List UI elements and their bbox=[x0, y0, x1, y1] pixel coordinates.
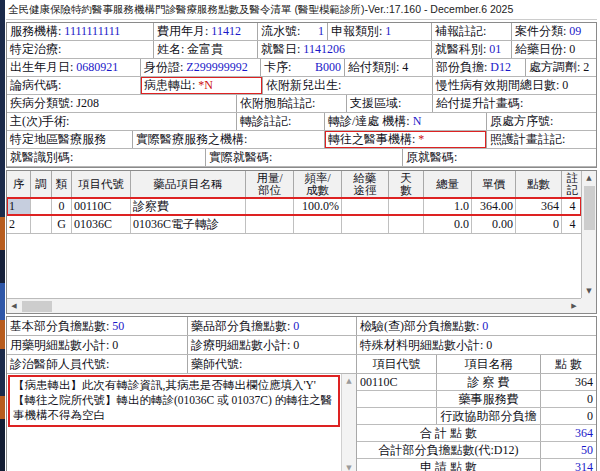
summary-item-name: 診 察 費 bbox=[437, 374, 541, 390]
header-row-3: 出生年月日:0680921 身份證:Z299999992 卡序:B000 給付類… bbox=[7, 59, 596, 77]
field-visit-dept: 就醫科別:01 bbox=[432, 41, 512, 58]
header-row-5: 疾病分類號:J208 依附胞胎註記: 支援區域: 給付提升計畫碼: bbox=[7, 95, 596, 113]
window-title: 全民健康保險特約醫事服務機構門診醫療服務點數及醫令清單 (醫聖模範診所)-Ver… bbox=[6, 0, 597, 20]
cell-total-qty: 1.0 bbox=[424, 198, 472, 215]
cell-note: 4 bbox=[562, 216, 581, 233]
copay-row-1: 基本部分負擔點數:50 藥品部分負擔點數:0 檢驗(查)部分負擔點數:0 bbox=[7, 317, 596, 336]
summary-total-label: 合計部分負擔點數(代:D12) bbox=[357, 442, 541, 458]
cell-points: 0 bbox=[516, 216, 562, 233]
field-treatment-subtotal: 診療明細點數小計:0 bbox=[188, 336, 357, 354]
cell-days bbox=[389, 216, 424, 233]
cell-adjust bbox=[31, 198, 52, 215]
cell-points: 364 bbox=[516, 198, 562, 215]
table-row-1[interactable]: 1 0 00110C 診察費 100.0% 1.0 364.00 364 4 bbox=[7, 198, 581, 216]
field-fee-year-month: 費用年月:11412 bbox=[154, 23, 258, 40]
summary-item-points: 364 bbox=[541, 374, 596, 390]
warning-line-1: 【病患轉出】此次有轉診資訊,其病患是否轉出欄位應填入'Y' bbox=[13, 378, 335, 393]
field-pharmacist-id: 藥師代號: bbox=[188, 355, 357, 373]
field-serial-no: 流水號:1 bbox=[258, 23, 328, 40]
message-scrollbar[interactable]: ▲ ▼ bbox=[341, 374, 356, 471]
header-row-1: 服務機構:1111111111 費用年月:11412 流水號:1 申報類別:1 … bbox=[7, 23, 596, 41]
bottom-split: 【病患轉出】此次有轉診資訊,其病患是否轉出欄位應填入'Y' 【轉往之院所代號】轉… bbox=[7, 374, 596, 471]
summary-item-code bbox=[357, 391, 437, 407]
field-referral-institution: 轉診/達處 機構:N bbox=[325, 113, 487, 130]
summary-col-item-name: 項目名稱 bbox=[437, 355, 541, 373]
field-icd-code: 疾病分類號:J208 bbox=[7, 95, 237, 112]
cell-note: 4 bbox=[562, 198, 581, 215]
validation-message-panel: 【病患轉出】此次有轉診資訊,其病患是否轉出欄位應填入'Y' 【轉往之院所代號】轉… bbox=[7, 374, 357, 471]
cell-total-qty: 0.0 bbox=[424, 216, 472, 233]
col-points: 點數 bbox=[516, 171, 562, 197]
summary-item-points: 0 bbox=[541, 391, 596, 407]
cell-days bbox=[389, 198, 424, 215]
horizontal-scroll-thumb[interactable] bbox=[22, 301, 52, 312]
summary-row-claimed-points: 申 請 點 數 314 bbox=[357, 459, 596, 471]
scroll-up-icon[interactable]: ▲ bbox=[582, 171, 596, 185]
field-benefit-type: 給付類別:4 bbox=[345, 59, 433, 76]
field-twin-note: 依附胞胎註記: bbox=[237, 95, 347, 112]
cell-class: G bbox=[52, 216, 72, 233]
field-drug-copay-points: 藥品部分負擔點數:0 bbox=[188, 317, 357, 335]
field-visit-id-code: 就醫識別碼: bbox=[7, 149, 206, 166]
summary-total-value: 314 bbox=[541, 459, 596, 471]
col-note: 註 記 bbox=[562, 171, 581, 197]
field-claim-type: 申報類別:1 bbox=[328, 23, 432, 40]
field-card-seq: 卡序:B000 bbox=[261, 59, 345, 76]
horizontal-scrollbar[interactable]: ◀ ▶ bbox=[7, 298, 581, 313]
field-rx-dispense: 處方調劑:2 bbox=[526, 59, 596, 76]
message-scroll-up-icon[interactable]: ▲ bbox=[342, 374, 356, 388]
cell-route bbox=[342, 198, 389, 215]
field-patient-transfer-out: 病患轉出:*N bbox=[141, 77, 263, 94]
field-benefit-plan-code: 給付提升計畫碼: bbox=[433, 95, 596, 112]
summary-item-code: 00110C bbox=[357, 374, 437, 390]
field-support-area: 支援區域: bbox=[347, 95, 433, 112]
summary-row-pharmacy: 藥事服務費 0 bbox=[357, 391, 596, 408]
copay-row-2: 用藥明細點數小計:0 診療明細點數小計:0 特殊材料明細點數小計:0 bbox=[7, 336, 596, 355]
field-actual-visit-code: 實際就醫碼: bbox=[206, 149, 403, 166]
cell-item-name: 診察費 bbox=[131, 198, 246, 215]
cell-class: 0 bbox=[52, 198, 72, 215]
message-scroll-down-icon[interactable]: ▼ bbox=[342, 461, 356, 471]
col-class: 類 bbox=[52, 171, 72, 197]
summary-item-name: 行政協助部分負擔 bbox=[437, 408, 541, 424]
col-dose-site: 用量/ 部位 bbox=[246, 171, 294, 197]
field-supplement-note: 補報註記: bbox=[432, 23, 512, 40]
summary-total-label: 申 請 點 數 bbox=[357, 459, 541, 471]
field-special-area-service: 特定地區醫療服務 bbox=[7, 131, 133, 148]
vertical-scroll-thumb[interactable] bbox=[584, 186, 595, 230]
scroll-left-icon[interactable]: ◀ bbox=[7, 299, 21, 313]
summary-col-item-code: 項目代號 bbox=[357, 355, 437, 373]
order-detail-table: 序 調 類 項目代號 藥品項目名稱 用量/ 部位 頻率/ 成數 給藥 途徑 天 … bbox=[6, 170, 597, 314]
cell-freq-rate: 100.0% bbox=[294, 198, 342, 215]
cell-unit-price: 364.00 bbox=[472, 198, 516, 215]
header-row-2: 特定治療: 姓名:金富貴 就醫日:1141206 就醫科別:01 給藥日份:0 bbox=[7, 41, 596, 59]
summary-total-value: 364 bbox=[541, 425, 596, 441]
order-detail-header: 序 調 類 項目代號 藥品項目名稱 用量/ 部位 頻率/ 成數 給藥 途徑 天 … bbox=[7, 171, 581, 198]
field-doctor-id: 診治醫師人員代號: bbox=[7, 355, 188, 373]
vertical-scrollbar[interactable]: ▲ ▼ bbox=[581, 171, 596, 298]
cell-adjust bbox=[31, 216, 52, 233]
field-actual-service-inst: 實際醫療服務之機構: bbox=[133, 131, 325, 148]
field-specific-treatment: 特定治療: bbox=[7, 41, 154, 58]
scroll-right-icon[interactable]: ▶ bbox=[567, 299, 581, 313]
summary-row-total-points: 合 計 點 數 364 bbox=[357, 425, 596, 442]
table-row-2[interactable]: 2 G 01036C 01036C電子轉診 0.0 0.00 0 4 bbox=[7, 216, 581, 234]
field-disease-payment-code: 論病代碼: bbox=[7, 77, 141, 94]
summary-row-total-copay: 合計部分負擔點數(代:D12) 50 bbox=[357, 442, 596, 459]
col-item-code: 項目代號 bbox=[72, 171, 131, 197]
cell-dose-site bbox=[246, 198, 294, 215]
field-visit-date: 就醫日:1141206 bbox=[258, 41, 432, 58]
col-total-qty: 總量 bbox=[424, 171, 472, 197]
field-exam-copay-points: 檢驗(查)部分負擔點數:0 bbox=[357, 317, 596, 335]
field-drug-subtotal: 用藥明細點數小計:0 bbox=[7, 336, 188, 354]
field-drug-days: 給藥日份:0 bbox=[512, 41, 596, 58]
summary-col-points: 點 數 bbox=[541, 355, 596, 373]
field-service-org: 服務機構:1111111111 bbox=[7, 23, 154, 40]
cell-item-code: 00110C bbox=[72, 198, 131, 215]
scroll-down-icon[interactable]: ▼ bbox=[582, 284, 596, 298]
field-basic-copay-points: 基本部分負擔點數:50 bbox=[7, 317, 188, 335]
cell-item-name: 01036C電子轉診 bbox=[131, 216, 246, 233]
summary-row-admin-copay: 行政協助部分負擔 0 bbox=[357, 408, 596, 425]
field-referral-note: 轉診註記: bbox=[237, 113, 325, 130]
scrollbar-corner bbox=[581, 298, 596, 313]
